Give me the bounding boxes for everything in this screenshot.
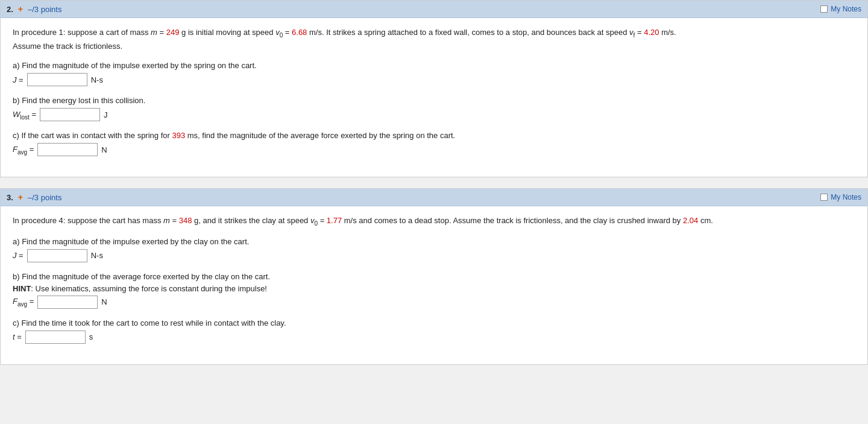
part-a-input-2[interactable] — [27, 73, 87, 86]
part-b-label-3: b) Find the magnitude of the average for… — [13, 272, 855, 281]
problem-2-body: In procedure 1: suppose a cart of mass m… — [1, 18, 867, 177]
intro-line2-2: Assume the track is frictionless. — [13, 42, 122, 51]
part-a-suffix-3: N-s — [91, 251, 103, 260]
part-c-suffix-2: N — [101, 145, 107, 154]
part-b-input-3[interactable] — [37, 296, 98, 309]
part-b-hint-3: HINT: Use kinematics, assuming the force… — [13, 284, 855, 293]
part-a-label-2: a) Find the magnitude of the impulse exe… — [13, 61, 855, 70]
problem-2-points: –/3 points — [28, 5, 61, 14]
my-notes-label-3: My Notes — [831, 193, 861, 201]
part-b-input-2[interactable] — [40, 108, 100, 121]
problem-3-points: –/3 points — [28, 193, 61, 202]
part-b-suffix-3: N — [101, 297, 107, 306]
part-a-answer-row-3: J = N-s — [13, 249, 855, 262]
problem-2-header: 2. + –/3 points My Notes — [1, 1, 867, 18]
problem-3-header: 3. + –/3 points My Notes — [1, 189, 867, 206]
problem-2-number: 2. — [7, 5, 13, 14]
problem-3-header-left: 3. + –/3 points — [7, 192, 61, 202]
part-c-input-3[interactable] — [25, 331, 86, 344]
part-b-answer-row-2: Wlost = J — [13, 108, 855, 121]
part-c-prefix-3: t = — [13, 332, 22, 341]
part-c-answer-row-3: t = s — [13, 331, 855, 344]
problem-3-number: 3. — [7, 193, 13, 202]
problem-2: 2. + –/3 points My Notes In procedure 1:… — [0, 0, 868, 177]
part-a-prefix-2: J = — [13, 75, 24, 84]
problem-3-part-c: c) Find the time it took for the cart to… — [13, 318, 855, 344]
part-c-input-2[interactable] — [37, 143, 98, 156]
part-a-input-3[interactable] — [27, 249, 87, 262]
part-c-answer-row-2: Favg = N — [13, 143, 855, 156]
plus-icon-3[interactable]: + — [18, 192, 23, 202]
problem-2-header-left: 2. + –/3 points — [7, 4, 61, 14]
plus-icon-2[interactable]: + — [18, 4, 23, 14]
problem-3-part-a: a) Find the magnitude of the impulse exe… — [13, 237, 855, 262]
problem-3-part-b: b) Find the magnitude of the average for… — [13, 272, 855, 309]
part-b-label-2: b) Find the energy lost in this collisio… — [13, 96, 855, 105]
problem-3-body: In procedure 4: suppose the cart has mas… — [1, 206, 867, 364]
problem-3: 3. + –/3 points My Notes In procedure 4:… — [0, 188, 868, 365]
problem-2-part-a: a) Find the magnitude of the impulse exe… — [13, 61, 855, 86]
my-notes-checkbox-2[interactable] — [820, 5, 828, 13]
part-c-suffix-3: s — [89, 332, 93, 341]
part-c-label-3: c) Find the time it took for the cart to… — [13, 318, 855, 327]
part-b-prefix-2: Wlost = — [13, 110, 36, 121]
my-notes-label-2: My Notes — [831, 5, 861, 13]
part-c-prefix-2: Favg = — [13, 145, 34, 156]
intro-text-3: In procedure 4: suppose the cart has mas… — [13, 216, 713, 225]
problem-2-part-b: b) Find the energy lost in this collisio… — [13, 96, 855, 121]
problem-2-intro: In procedure 1: suppose a cart of mass m… — [13, 27, 855, 52]
part-b-prefix-3: Favg = — [13, 297, 34, 308]
my-notes-2[interactable]: My Notes — [820, 5, 861, 13]
part-a-suffix-2: N-s — [91, 75, 103, 84]
my-notes-checkbox-3[interactable] — [820, 194, 828, 201]
part-b-answer-row-3: Favg = N — [13, 296, 855, 309]
problem-2-part-c: c) If the cart was in contact with the s… — [13, 131, 855, 156]
my-notes-3[interactable]: My Notes — [820, 193, 861, 201]
intro-text-2: In procedure 1: suppose a cart of mass m… — [13, 28, 676, 37]
part-a-answer-row-2: J = N-s — [13, 73, 855, 86]
problem-3-intro: In procedure 4: suppose the cart has mas… — [13, 215, 855, 229]
part-b-suffix-2: J — [104, 110, 108, 119]
part-c-label-2: c) If the cart was in contact with the s… — [13, 131, 855, 140]
part-a-prefix-3: J = — [13, 251, 24, 260]
part-a-label-3: a) Find the magnitude of the impulse exe… — [13, 237, 855, 246]
